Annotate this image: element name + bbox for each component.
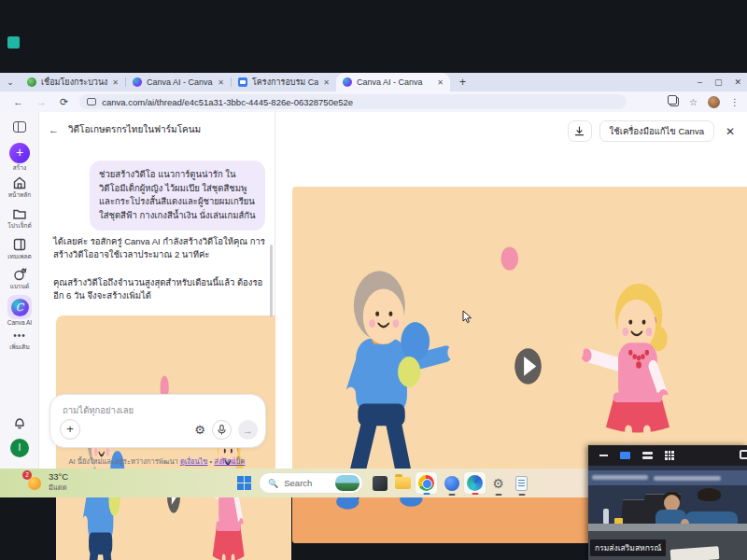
bell-icon (12, 415, 27, 430)
taskbar-app-dark[interactable] (368, 471, 391, 495)
weather-sun-icon: 2 (25, 473, 44, 492)
ai-message-2: คุณสร้างวิดีโอถึงจำนวนสูงสุดสำหรับเดือนน… (53, 276, 265, 303)
sidebar-toggle-icon[interactable] (0, 119, 39, 136)
tab-search-chevron-icon[interactable]: ⌄ (0, 77, 21, 87)
taskbar-settings[interactable]: ⚙ (486, 471, 510, 495)
file-explorer-icon (395, 477, 411, 489)
tab2-favicon (133, 77, 142, 87)
webcam-partial-icon[interactable] (740, 450, 747, 459)
brand-crown-icon (12, 267, 27, 282)
notification-badge: 2 (22, 470, 32, 480)
tab3-close-icon[interactable]: ✕ (323, 78, 330, 87)
sidebar-item-brand[interactable]: แบรนด์ (0, 267, 39, 291)
bookmark-star-icon[interactable]: ☆ (689, 97, 698, 107)
recording-indicator (7, 36, 20, 49)
webcam-minimize-icon[interactable] (599, 455, 608, 456)
tab4-title: Canva AI - Canva (357, 77, 432, 87)
mic-button[interactable] (212, 420, 232, 440)
tab1-close-icon[interactable]: ✕ (112, 78, 119, 87)
chat-settings-gear-icon[interactable]: ⚙ (194, 423, 205, 437)
chat-input-placeholder: ถามได้ทุกอย่างเลย (63, 403, 134, 417)
tab4-favicon (343, 77, 352, 87)
window-maximize-button[interactable]: ▢ (714, 77, 723, 87)
reload-icon[interactable]: ⟳ (60, 96, 68, 108)
window-minimize-button[interactable]: – (698, 77, 702, 87)
browser-tab-2[interactable]: Canva AI - Canva ✕ (126, 73, 231, 91)
sidebar-item-projects[interactable]: โปรเจ็กต์ (0, 206, 39, 231)
back-icon[interactable]: ← (13, 96, 23, 107)
taskbar-notepad[interactable] (510, 471, 533, 495)
tab2-close-icon[interactable]: ✕ (218, 78, 224, 87)
templates-icon (12, 237, 27, 252)
chat-back-icon[interactable]: ← (49, 124, 59, 135)
notepad-icon (515, 476, 528, 491)
edit-in-canva-button[interactable]: ใช้เครื่องมือแก้ไข Canva (599, 120, 714, 142)
taskbar-edge[interactable] (463, 471, 486, 495)
webcam-grid-view-icon[interactable] (665, 451, 674, 460)
browser-menu-icon[interactable]: ⋮ (730, 97, 740, 107)
webcam-overlay: กรมส่งเสริมสหกรณ์ (588, 445, 747, 560)
tab3-title: โครงการอบรม Canva AI - พร้อมเ (252, 76, 318, 89)
chat-input[interactable]: ถามได้ทุกอย่างเลย + ⚙ → (49, 394, 266, 448)
canva-sidebar: + สร้าง หน้าหลัก โปรเจ็กต์ เทมเพลต (0, 112, 39, 469)
tab-strip: ⌄ เชื่อมโยงกระบวนงาน - ระบบงานกรมฯ ✕ Can… (0, 73, 747, 91)
more-dots-icon: ••• (13, 330, 26, 341)
user-message-bubble: ช่วยสร้างวิดีโอ แนวการ์ตูนน่ารัก ในวิดีโ… (90, 161, 265, 231)
tab2-title: Canva AI - Canva (147, 77, 213, 87)
download-button[interactable] (568, 120, 592, 142)
search-icon: 🔍 (268, 479, 278, 488)
notifications-bell[interactable] (0, 415, 39, 430)
user-avatar[interactable]: I (0, 439, 39, 457)
weather-widget[interactable]: 2 33°C มีแดด (25, 471, 68, 493)
home-icon (12, 175, 27, 190)
folder-icon (12, 206, 27, 221)
search-highlight-image[interactable] (335, 475, 359, 491)
download-icon (574, 126, 585, 136)
site-info-icon[interactable] (87, 98, 96, 105)
sidebar-item-home[interactable]: หน้าหลัก (0, 175, 39, 200)
send-button[interactable]: → (238, 420, 258, 440)
webcam-stack-view-icon[interactable] (642, 452, 653, 459)
canva-ai-icon: C (11, 299, 29, 316)
forward-icon[interactable]: → (36, 96, 47, 107)
mouse-cursor (462, 310, 472, 324)
tab1-title: เชื่อมโยงกระบวนงาน - ระบบงานกรมฯ (41, 76, 107, 89)
tab1-favicon (27, 77, 36, 87)
chat-thread-title: วิดีโอเกษตรกรไทยในฟาร์มโคนม (68, 122, 201, 136)
edge-icon (467, 475, 483, 491)
chat-disclaimer: AI นี้ยังใหม่และอยู่ระหว่างการพัฒนา ดูเง… (39, 455, 275, 467)
create-plus-icon[interactable]: + (9, 143, 30, 163)
terms-link[interactable]: ดูเงื่อนไข (180, 457, 208, 466)
feedback-link[interactable]: ส่งฟีดแบ็ค (214, 457, 245, 466)
chat-panel: ← วิดีโอเกษตรกรไทยในฟาร์มโคนม ช่วยสร้างว… (39, 112, 275, 469)
webcam-caption: กรมส่งเสริมสหกรณ์ (590, 539, 666, 556)
sidebar-item-templates[interactable]: เทมเพลต (0, 237, 39, 261)
translate-icon[interactable] (669, 97, 679, 106)
sidebar-item-canva-ai[interactable]: C Canva AI (0, 295, 39, 326)
webcam-speaker-view-icon[interactable] (620, 452, 630, 459)
webcam-video: กรมส่งเสริมสหกรณ์ (588, 466, 747, 560)
chat-scrollbar[interactable] (270, 245, 273, 317)
tab4-close-icon[interactable]: ✕ (437, 78, 444, 87)
browser-tab-3[interactable]: โครงการอบรม Canva AI - พร้อมเ ✕ (232, 73, 336, 91)
sidebar-item-create[interactable]: + สร้าง (0, 143, 39, 173)
taskbar-file-explorer[interactable] (391, 471, 415, 495)
start-button[interactable] (237, 476, 251, 490)
browser-profile-avatar[interactable] (708, 96, 720, 108)
window-close-button[interactable]: ✕ (734, 77, 741, 87)
preview-close-icon[interactable]: ✕ (726, 125, 735, 138)
browser-toolbar: ← → ⟳ canva.com/ai/thread/e4c51a31-3bbc-… (0, 91, 747, 112)
taskbar-chrome[interactable] (415, 471, 438, 495)
new-tab-button[interactable]: + (459, 76, 466, 89)
sidebar-item-more[interactable]: ••• เพิ่มเติม (0, 326, 39, 352)
address-bar[interactable]: canva.com/ai/thread/e4c51a31-3bbc-4445-8… (79, 94, 627, 109)
browser-tab-4-active[interactable]: Canva AI - Canva ✕ (336, 73, 450, 91)
settings-gear-icon: ⚙ (492, 476, 504, 491)
attach-plus-button[interactable]: + (60, 419, 80, 440)
ai-message-1: ได้เลยค่ะ รอสักครู่ Canva AI กำลังสร้างว… (53, 235, 265, 262)
url-text: canva.com/ai/thread/e4c51a31-3bbc-4445-8… (102, 97, 353, 107)
taskbar-blue-app[interactable] (440, 471, 463, 495)
browser-tab-1[interactable]: เชื่อมโยงกระบวนงาน - ระบบงานกรมฯ ✕ (21, 73, 125, 91)
dark-app-icon (373, 476, 388, 491)
taskbar-search[interactable]: 🔍 Search (259, 472, 363, 494)
